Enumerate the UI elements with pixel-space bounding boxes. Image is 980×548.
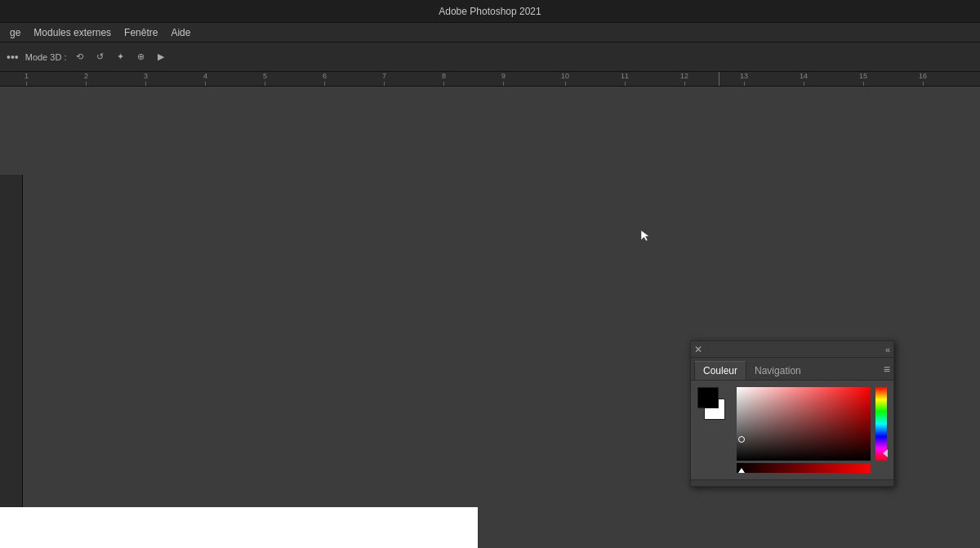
ruler-mark-5: 5 (263, 73, 267, 86)
color-swatches (697, 387, 730, 423)
panel-collapse-button[interactable]: « (885, 345, 890, 354)
hue-bar[interactable] (875, 387, 887, 461)
toolbar-video-icon[interactable]: ▶ (154, 50, 167, 64)
color-panel: ✕ « Couleur Navigation ≡ (690, 341, 894, 487)
toolbar-move-icon[interactable]: ⊕ (134, 50, 148, 64)
tab-couleur[interactable]: Couleur (694, 361, 746, 380)
ruler-mark-7: 7 (382, 73, 386, 86)
panel-topbar: ✕ « (691, 341, 893, 358)
mode3d-label: Mode 3D : (25, 52, 67, 62)
ruler-mark-12: 12 (680, 73, 688, 86)
ruler-mark-11: 11 (621, 73, 629, 86)
toolbar-3d-icon[interactable]: ✦ (114, 50, 127, 64)
ruler-mark-2: 2 (84, 73, 88, 86)
ruler-mark-1: 1 (24, 73, 29, 86)
toolbar-history-icon[interactable]: ↺ (93, 50, 107, 64)
tab-navigation[interactable]: Navigation (746, 361, 809, 380)
ruler-mark-8: 8 (442, 73, 446, 86)
toolbar: ••• Mode 3D : ⟲ ↺ ✦ ⊕ ▶ (0, 42, 980, 72)
ruler-mark-16: 16 (919, 73, 927, 86)
hue-cursor (883, 449, 888, 457)
color-gradient-picker[interactable] (737, 387, 887, 473)
menu-item-ge[interactable]: ge (3, 25, 27, 40)
app-title: Adobe Photoshop 2021 (439, 6, 541, 17)
ruler-mark-13: 13 (740, 73, 748, 86)
gradient-cursor (738, 436, 745, 443)
panel-tabs: Couleur Navigation ≡ (691, 358, 893, 381)
menu-item-modules[interactable]: Modules externes (27, 25, 118, 40)
ruler-mark-15: 15 (859, 73, 867, 86)
ruler-mark-10: 10 (561, 73, 569, 86)
ruler-mark-3: 3 (144, 73, 148, 86)
toolbar-rotate-icon[interactable]: ⟲ (73, 50, 87, 64)
canvas-document (0, 507, 478, 548)
ruler-cursor (719, 72, 719, 86)
saturation-brightness-field[interactable] (737, 387, 871, 461)
panel-bottom-strip (691, 479, 893, 486)
toolbar-more-button[interactable]: ••• (7, 51, 19, 64)
hex-cursor (738, 468, 745, 473)
ruler-mark-9: 9 (501, 73, 506, 86)
menu-item-fenetre[interactable]: Fenêtre (118, 25, 164, 40)
panel-close-button[interactable]: ✕ (694, 345, 702, 354)
ruler-mark-14: 14 (800, 73, 808, 86)
cursor (639, 229, 653, 243)
left-toolbar (0, 175, 23, 548)
ruler-mark-4: 4 (203, 73, 207, 86)
panel-menu-icon[interactable]: ≡ (884, 363, 890, 376)
panel-content (691, 381, 893, 479)
hex-value-bar[interactable] (737, 463, 871, 473)
ruler-mark-6: 6 (323, 73, 327, 86)
canvas-area: ✕ « Couleur Navigation ≡ (0, 87, 980, 548)
menu-bar: ge Modules externes Fenêtre Aide (0, 23, 980, 42)
title-bar: Adobe Photoshop 2021 (0, 0, 980, 23)
menu-item-aide[interactable]: Aide (164, 25, 197, 40)
foreground-color-swatch[interactable] (697, 387, 719, 408)
ruler: 1 2 3 4 5 6 7 8 9 10 11 (0, 72, 980, 87)
